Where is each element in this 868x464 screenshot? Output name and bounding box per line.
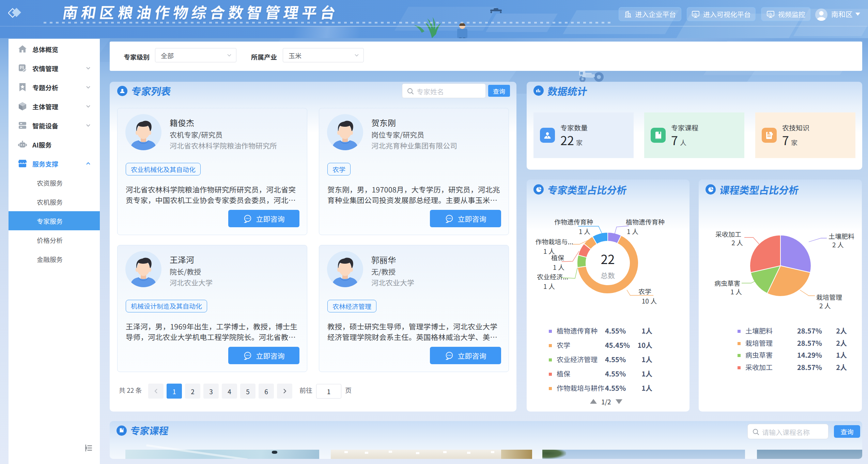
svg-text:2 人: 2 人 [819, 301, 831, 310]
svg-text:农学: 农学 [638, 287, 651, 296]
svg-text:1 人: 1 人 [543, 281, 555, 291]
svg-text:作物遗传育种: 作物遗传育种 [554, 217, 593, 226]
svg-text:1 人: 1 人 [730, 287, 742, 296]
svg-text:1 人: 1 人 [579, 227, 590, 236]
svg-text:栽培管理: 栽培管理 [816, 292, 842, 301]
svg-text:植保: 植保 [551, 253, 564, 262]
svg-text:植物遗传育种: 植物遗传育种 [626, 217, 665, 226]
svg-text:10 人: 10 人 [642, 296, 657, 305]
svg-text:22: 22 [601, 249, 615, 268]
svg-text:2 人: 2 人 [832, 240, 844, 249]
svg-text:农业经济...: 农业经济... [537, 272, 568, 281]
svg-text:2 人: 2 人 [731, 238, 743, 247]
svg-text:总数: 总数 [601, 270, 615, 280]
svg-text:1 人: 1 人 [553, 262, 564, 272]
svg-text:病虫草害: 病虫草害 [714, 278, 740, 288]
svg-text:1 人: 1 人 [627, 227, 638, 236]
svg-text:作物栽培与...: 作物栽培与... [536, 237, 573, 246]
svg-text:采收加工: 采收加工 [715, 229, 741, 238]
svg-text:土壤肥料: 土壤肥料 [828, 231, 854, 241]
